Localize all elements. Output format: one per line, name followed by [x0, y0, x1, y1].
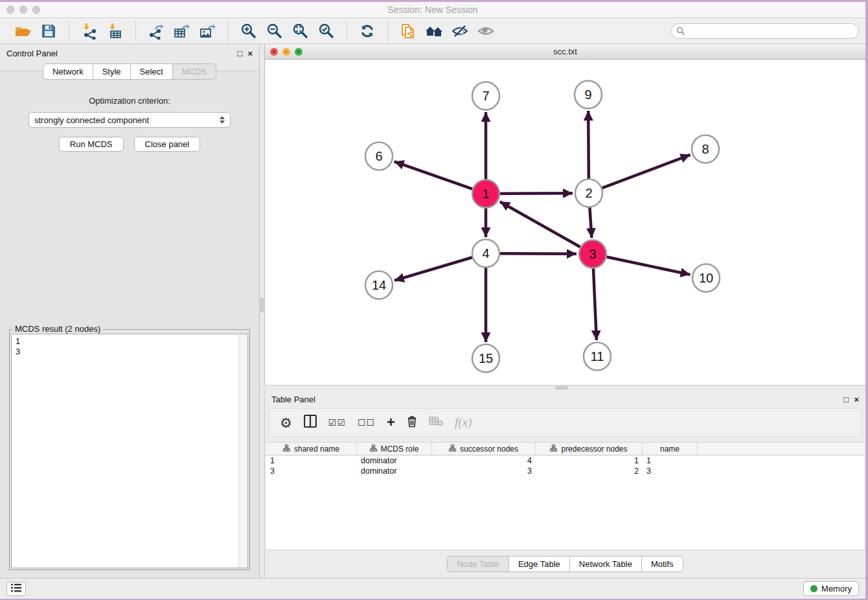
node-label-4: 4 [482, 246, 489, 260]
houses-icon [424, 23, 444, 39]
edge-2-3[interactable] [589, 207, 591, 238]
table-panel-title: Table Panel [271, 395, 839, 404]
node-label-15: 15 [479, 351, 493, 365]
export-network-button[interactable] [145, 21, 167, 41]
edge-1-6[interactable] [394, 161, 473, 189]
apply-function-button[interactable]: f(x) [455, 415, 472, 430]
show-all-networks-button[interactable] [423, 21, 445, 41]
cell-predecessor-nodes: 1 [536, 456, 643, 465]
edge-4-14[interactable] [394, 257, 472, 281]
table-row[interactable]: 3dominator323 [266, 466, 864, 476]
toolbar-separator [69, 21, 69, 41]
column-header-successor-nodes[interactable]: successor nodes [432, 443, 536, 455]
close-panel-button[interactable]: Close panel [134, 137, 201, 152]
tab-network[interactable]: Network [43, 63, 93, 80]
splitter-grip[interactable] [260, 298, 264, 312]
network-minimize-button[interactable]: − [282, 48, 290, 56]
edge-2-9[interactable] [588, 111, 589, 179]
refresh-icon [359, 23, 376, 40]
cell-predecessor-nodes: 2 [536, 467, 643, 476]
toolbar-separator [228, 21, 229, 41]
column-header-shared-name[interactable]: shared name [266, 443, 357, 455]
network-close-button[interactable]: × [270, 48, 278, 56]
network-maximize-button[interactable]: + [295, 48, 303, 56]
refresh-view-button[interactable] [356, 21, 378, 41]
run-mcds-button[interactable]: Run MCDS [59, 137, 124, 152]
tab-motifs[interactable]: Motifs [641, 556, 683, 572]
table-header-row: shared nameMCDS rolesuccessor nodesprede… [266, 443, 864, 456]
column-layout-button[interactable] [304, 415, 317, 430]
edge-2-8[interactable] [602, 155, 691, 188]
mcds-result-group: MCDS result (2 nodes) 1 3 [9, 329, 250, 570]
edge-3-10[interactable] [607, 257, 691, 275]
save-session-button[interactable] [38, 21, 60, 41]
export-table-button[interactable] [171, 21, 193, 41]
edge-4-3[interactable] [500, 253, 577, 254]
gear-icon: ⚙ [280, 416, 292, 430]
hide-selected-button[interactable] [449, 21, 471, 41]
vertical-splitter[interactable] [259, 44, 264, 578]
zoom-in-icon [240, 23, 257, 40]
edge-3-11[interactable] [593, 268, 597, 340]
control-panel-close-icon[interactable]: × [247, 49, 253, 58]
node-label-1: 1 [482, 187, 489, 201]
open-file-button[interactable] [12, 21, 34, 41]
node-label-8: 8 [702, 142, 709, 156]
tab-style[interactable]: Style [93, 63, 130, 80]
memory-button[interactable]: Memory [803, 581, 859, 596]
tab-mcds[interactable]: MCDS [172, 63, 216, 80]
plus-icon: + [387, 415, 395, 430]
import-network-button[interactable] [78, 21, 100, 41]
table-tabs: Node Table Edge Table Network Table Moti… [447, 556, 683, 572]
network-window-title: scc.txt [265, 47, 865, 56]
toolbar-separator [387, 21, 388, 41]
edge-3-1[interactable] [500, 202, 580, 247]
sort-hierarchy-icon [283, 444, 290, 454]
edge-1-2[interactable] [500, 193, 573, 194]
search-input[interactable] [671, 23, 859, 39]
column-header-MCDS-role[interactable]: MCDS role [357, 443, 432, 455]
import-table-button[interactable] [104, 21, 126, 41]
table-toolbar: ⚙ ☑☑ ☐☐ + f(x) [269, 408, 862, 437]
tab-select[interactable]: Select [130, 63, 172, 80]
copy-share-icon [400, 22, 417, 40]
delete-table-button[interactable] [429, 416, 443, 429]
column-header-name[interactable]: name [643, 443, 698, 455]
export-image-button[interactable] [197, 21, 219, 41]
criterion-selected-value: strongly connected component [34, 115, 220, 125]
delete-column-button[interactable] [407, 415, 417, 430]
tab-node-table[interactable]: Node Table [447, 556, 508, 572]
copy-network-button[interactable] [397, 21, 419, 41]
table-panel-float-icon[interactable]: □ [844, 395, 849, 404]
splitter-grip[interactable] [556, 386, 567, 389]
add-column-button[interactable]: + [387, 415, 395, 430]
network-graph: 1234678910111415 [265, 60, 864, 385]
session-title: Session: New Session [0, 5, 865, 15]
select-all-rows-button[interactable]: ☑☑ [328, 417, 346, 428]
horizontal-splitter[interactable] [264, 385, 865, 390]
network-window-title-bar: × − + scc.txt [265, 44, 865, 60]
column-header-predecessor-nodes[interactable]: predecessor nodes [536, 443, 643, 455]
criterion-select[interactable]: strongly connected component [29, 112, 231, 128]
main-toolbar [0, 18, 865, 44]
node-table: shared nameMCDS rolesuccessor nodesprede… [266, 442, 864, 549]
show-selected-button[interactable] [475, 21, 497, 41]
tab-network-table[interactable]: Network Table [569, 556, 641, 572]
network-canvas[interactable]: 1234678910111415 [265, 60, 865, 385]
result-scrollbar[interactable] [238, 334, 247, 568]
zoom-selected-button[interactable] [315, 21, 337, 41]
control-panel-float-icon[interactable]: □ [238, 49, 243, 58]
zoom-fit-icon [292, 23, 309, 40]
zoom-fit-button[interactable] [290, 21, 312, 41]
deselect-all-rows-button[interactable]: ☐☐ [358, 417, 375, 428]
table-row[interactable]: 1dominator411 [266, 456, 864, 466]
tab-edge-table[interactable]: Edge Table [508, 556, 569, 572]
zoom-in-button[interactable] [238, 21, 260, 41]
table-settings-button[interactable]: ⚙ [280, 416, 292, 430]
control-panel-tabs: Network Style Select MCDS [0, 63, 259, 80]
mcds-result-list[interactable]: 1 3 [12, 334, 238, 568]
table-panel-close-icon[interactable]: × [854, 395, 859, 404]
zoom-out-button[interactable] [264, 21, 286, 41]
task-history-button[interactable] [6, 582, 26, 596]
optimization-criterion-label: Optimization criterion: [0, 96, 259, 106]
